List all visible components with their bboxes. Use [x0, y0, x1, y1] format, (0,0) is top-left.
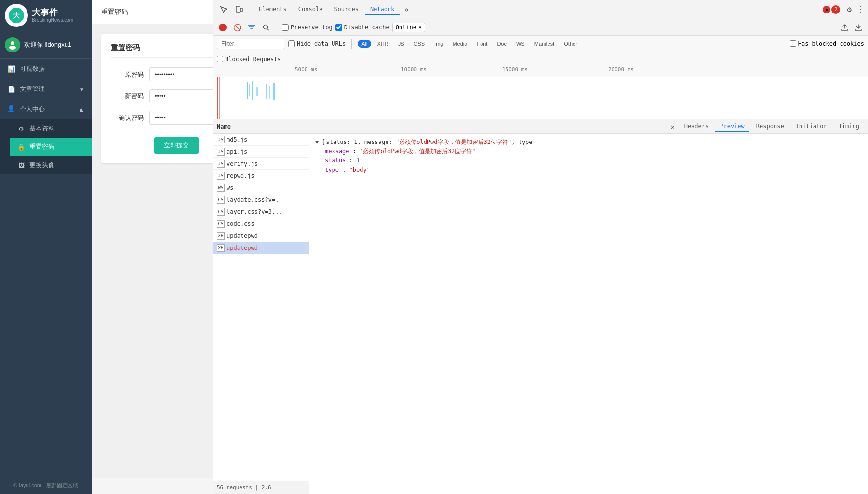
ftype-manifest[interactable]: Manifest [531, 40, 559, 48]
name-item-updatepwd1[interactable]: XH updatepwd [213, 230, 309, 242]
file-icon: XH [217, 232, 225, 240]
detail-panel: ✕ Headers Preview Response Initiator Tim… [309, 119, 868, 494]
svg-rect-4 [236, 6, 240, 12]
name-item-apijs[interactable]: JS api.js [213, 146, 309, 158]
ftype-other[interactable]: Other [560, 40, 581, 48]
devtools-filterbar: Hide data URLs All XHR JS CSS Img Media … [213, 36, 868, 52]
detail-tab-preview[interactable]: Preview [715, 121, 749, 132]
blocked-requests-label[interactable]: Blocked Requests [217, 56, 281, 63]
sidebar-item-genghuan[interactable]: 🖼 更换头像 [10, 156, 92, 174]
search-icon [262, 24, 270, 31]
disable-cache-label[interactable]: Disable cache [335, 24, 389, 31]
detail-tab-response[interactable]: Response [751, 121, 789, 132]
name-item-ws[interactable]: WS ws [213, 182, 309, 194]
sidebar-item-label: 个人中心 [20, 105, 45, 114]
close-detail-button[interactable]: ✕ [668, 122, 678, 131]
chevron-down-icon: ▼ [80, 87, 84, 92]
blocked-requests-checkbox[interactable] [217, 56, 223, 62]
throttle-select[interactable]: Online ▾ [392, 23, 426, 32]
svg-line-7 [267, 28, 269, 30]
sidebar-item-label: 可视数据 [20, 65, 45, 73]
name-item-codecss[interactable]: CS code.css [213, 218, 309, 230]
file-icon: JS [217, 160, 225, 168]
svg-point-3 [9, 46, 16, 50]
upload-icon [841, 24, 849, 31]
gear-icon[interactable]: ⚙ [847, 5, 852, 14]
svg-point-6 [264, 25, 268, 29]
hide-data-urls-checkbox[interactable] [288, 40, 295, 47]
tab-elements[interactable]: Elements [254, 4, 292, 15]
export-button[interactable] [853, 22, 864, 33]
record-button[interactable] [217, 22, 228, 33]
timeline-label-20000: 20000 ms [608, 66, 634, 73]
preserve-log-label[interactable]: Preserve log [282, 24, 333, 31]
device-toggle-icon[interactable] [232, 3, 246, 16]
sidebar-item-gerenzongxin[interactable]: 👤 个人中心 ▲ [0, 99, 92, 119]
error-indicator: ✕ 2 [823, 5, 842, 14]
sidebar-item-keshishuju[interactable]: 📊 可视数据 [0, 59, 92, 79]
import-button[interactable] [839, 22, 851, 33]
tab-console[interactable]: Console [294, 4, 328, 15]
sidebar-item-chongzhimima[interactable]: 🔒 重置密码 [10, 138, 92, 156]
chevron-down-icon: ▾ [418, 24, 422, 31]
logo-area: 大 大事件 BreakingNews.com [0, 0, 92, 31]
disable-cache-checkbox[interactable] [335, 24, 342, 31]
sidebar-item-label: 文章管理 [20, 85, 45, 93]
ftype-media[interactable]: Media [449, 40, 471, 48]
more-tabs-icon[interactable]: » [401, 5, 412, 14]
name-item-md5js[interactable]: JS md5.js [213, 134, 309, 146]
has-blocked-cookies-checkbox[interactable] [790, 40, 796, 47]
hide-data-urls-label[interactable]: Hide data URLs [288, 40, 346, 47]
ftype-font[interactable]: Font [473, 40, 491, 48]
ftype-doc[interactable]: Doc [493, 40, 510, 48]
submit-button[interactable]: 立即提交 [154, 137, 199, 154]
detail-tabs: ✕ Headers Preview Response Initiator Tim… [309, 119, 868, 134]
field-label-queren: 确认密码 [111, 114, 149, 122]
ftype-img[interactable]: Img [430, 40, 447, 48]
name-item-layercss[interactable]: CS layer.css?v=3... [213, 206, 309, 218]
detail-tab-headers[interactable]: Headers [680, 121, 714, 132]
doc-icon: 📄 [7, 85, 16, 93]
type-filter-group: All XHR JS CSS Img Media Font Doc WS Man… [358, 40, 581, 48]
json-collapse-icon[interactable]: ▼ [315, 138, 319, 147]
file-icon: CS [217, 196, 225, 204]
devtools-timeline: 5000 ms 10000 ms 15000 ms 20000 ms [213, 66, 868, 119]
clear-button[interactable]: 🚫 [231, 22, 243, 33]
search-button[interactable] [260, 22, 272, 33]
ftype-all[interactable]: All [358, 40, 371, 48]
lock-icon: 🔒 [17, 143, 26, 151]
name-item-verifyjs[interactable]: JS verify.js [213, 158, 309, 170]
name-item-updatepwd2[interactable]: XH updatepwd [213, 242, 309, 254]
devtools-main-tabs: Elements Console Sources Network [254, 4, 400, 15]
ftype-css[interactable]: CSS [410, 40, 428, 48]
close-icon: ✕ [823, 6, 830, 13]
app-sub: BreakingNews.com [32, 17, 73, 23]
sidebar-item-label: 更换头像 [29, 161, 54, 169]
logo-icon: 大 [5, 4, 28, 27]
filter-button[interactable] [246, 22, 257, 33]
name-item-laydatecss[interactable]: CS laydate.css?v=. [213, 194, 309, 206]
name-item-repwdjs[interactable]: JS repwd.js [213, 170, 309, 182]
timeline-label-5000: 5000 ms [295, 66, 317, 73]
ftype-xhr[interactable]: XHR [373, 40, 392, 48]
tab-network[interactable]: Network [365, 4, 400, 15]
field-label-xinmima: 新密码 [111, 92, 149, 101]
json-root-text: status: 1, message: "必须传oldPwd字段，值是加密后32… [326, 138, 535, 147]
filter-input[interactable] [217, 39, 284, 49]
tab-sources[interactable]: Sources [329, 4, 363, 15]
avatar [5, 37, 20, 52]
sidebar-item-jibenziiliao[interactable]: ⚙ 基本资料 [10, 119, 92, 138]
ftype-js[interactable]: JS [394, 40, 408, 48]
cursor-icon[interactable] [217, 3, 230, 16]
sidebar-item-label: 重置密码 [29, 143, 54, 151]
sidebar-item-wenzhang[interactable]: 📄 文章管理 ▼ [0, 79, 92, 99]
name-panel: Name JS md5.js JS api.js JS verify.js [213, 119, 309, 494]
detail-tab-timing[interactable]: Timing [834, 121, 864, 132]
sidebar-item-label: 基本资料 [29, 124, 54, 133]
svg-rect-5 [240, 8, 242, 12]
name-panel-header: Name [213, 119, 309, 134]
preserve-log-checkbox[interactable] [282, 24, 289, 31]
more-options-icon[interactable]: ⋮ [856, 5, 864, 14]
ftype-ws[interactable]: WS [512, 40, 529, 48]
detail-tab-initiator[interactable]: Initiator [791, 121, 832, 132]
